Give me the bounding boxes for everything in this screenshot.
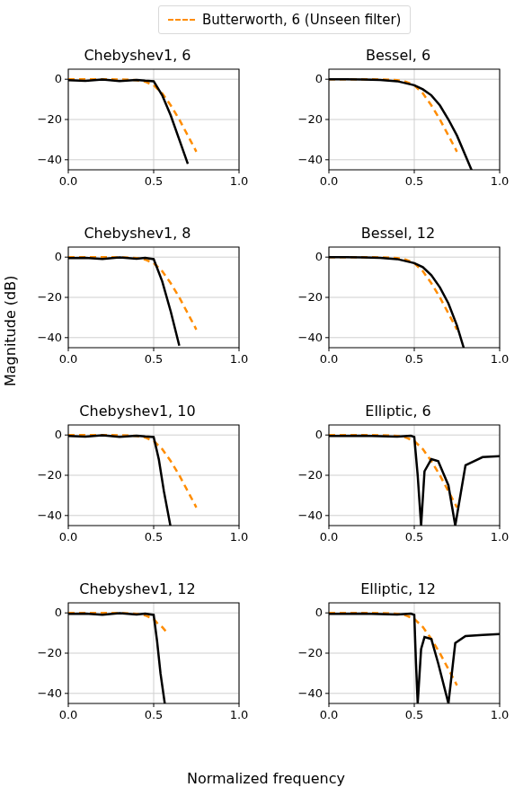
- series-line: [68, 257, 197, 330]
- legend: Butterworth, 6 (Unseen filter): [158, 5, 411, 34]
- plot-svg: 0.00.51.00−20−40: [286, 66, 510, 191]
- plot-svg: 0.00.51.00−20−40: [25, 599, 250, 725]
- plot-area: 0.00.51.00−20−40: [286, 599, 510, 725]
- x-tick-label: 0.5: [405, 174, 424, 188]
- x-tick-label: 1.0: [491, 708, 510, 721]
- x-tick-label: 1.0: [230, 174, 249, 188]
- y-tick-label: 0: [315, 428, 323, 441]
- series-line: [68, 436, 171, 528]
- y-tick-label: −40: [38, 509, 62, 522]
- plot-svg: 0.00.51.00−20−40: [25, 421, 250, 547]
- y-tick-label: −20: [38, 468, 62, 482]
- x-tick-label: 0.5: [405, 530, 424, 544]
- subplot-title: Elliptic, 12: [286, 580, 510, 597]
- series-line: [329, 435, 457, 508]
- y-tick-label: −40: [298, 331, 323, 344]
- x-tick-label: 0.5: [405, 352, 424, 366]
- subplot: Elliptic, 120.00.51.00−20−40: [286, 580, 510, 742]
- series-line: [68, 79, 197, 152]
- plot-svg: 0.00.51.00−20−40: [286, 599, 510, 725]
- plot-area: 0.00.51.00−20−40: [286, 243, 510, 369]
- plot-area: 0.00.51.00−20−40: [25, 243, 250, 369]
- x-tick-label: 0.0: [320, 530, 339, 544]
- series-line: [329, 79, 474, 176]
- x-axis-label: Normalized frequency: [0, 770, 532, 787]
- y-tick-label: −20: [298, 112, 323, 126]
- plot-area: 0.00.51.00−20−40: [286, 421, 510, 547]
- y-tick-label: 0: [315, 606, 323, 619]
- x-tick-label: 0.0: [59, 174, 78, 188]
- subplot-title: Elliptic, 6: [286, 402, 510, 420]
- x-tick-label: 0.0: [320, 174, 339, 188]
- plot-area: 0.00.51.00−20−40: [25, 421, 250, 547]
- x-tick-label: 1.0: [230, 352, 249, 366]
- x-tick-label: 0.0: [59, 352, 78, 366]
- y-tick-label: 0: [315, 250, 323, 263]
- x-tick-label: 1.0: [230, 708, 249, 721]
- series-line: [68, 80, 188, 164]
- y-tick-label: −40: [38, 153, 62, 166]
- x-tick-label: 1.0: [491, 174, 510, 188]
- x-tick-label: 1.0: [230, 530, 249, 544]
- y-tick-label: −20: [298, 290, 323, 304]
- series-line: [329, 613, 457, 685]
- y-tick-label: 0: [55, 72, 62, 85]
- y-tick-label: 0: [55, 250, 62, 263]
- x-tick-label: 0.5: [145, 352, 164, 366]
- x-tick-label: 0.5: [405, 708, 424, 721]
- y-tick-label: −40: [38, 331, 62, 344]
- x-tick-label: 1.0: [491, 352, 510, 366]
- series-line: [329, 257, 466, 354]
- y-tick-label: −20: [38, 112, 62, 126]
- x-tick-label: 0.5: [145, 530, 164, 544]
- plot-area: 0.00.51.00−20−40: [286, 66, 510, 191]
- subplot-title: Bessel, 6: [286, 47, 510, 64]
- x-tick-label: 0.0: [320, 708, 339, 721]
- y-tick-label: −40: [298, 153, 323, 166]
- legend-line-icon: [168, 19, 195, 21]
- plot-area: 0.00.51.00−20−40: [25, 599, 250, 725]
- x-tick-label: 0.0: [320, 352, 339, 366]
- y-tick-label: 0: [55, 606, 62, 619]
- series-line: [68, 613, 167, 632]
- series-line: [68, 435, 197, 508]
- legend-label: Butterworth, 6 (Unseen filter): [202, 12, 401, 28]
- subplots-grid: Chebyshev1, 60.00.51.00−20−40Bessel, 60.…: [25, 47, 510, 742]
- subplot-title: Bessel, 12: [286, 225, 510, 242]
- subplot-title: Chebyshev1, 10: [25, 402, 250, 420]
- x-tick-label: 0.0: [59, 708, 78, 721]
- subplot-title: Chebyshev1, 8: [25, 225, 250, 242]
- y-tick-label: −40: [298, 509, 323, 522]
- subplot: Chebyshev1, 60.00.51.00−20−40: [25, 47, 250, 208]
- y-axis-label: Magnitude (dB): [2, 276, 19, 386]
- plot-area: 0.00.51.00−20−40: [25, 66, 250, 191]
- plot-svg: 0.00.51.00−20−40: [25, 243, 250, 369]
- subplot: Chebyshev1, 120.00.51.00−20−40: [25, 580, 250, 742]
- y-tick-label: 0: [315, 72, 323, 85]
- x-tick-label: 1.0: [491, 530, 510, 544]
- plot-svg: 0.00.51.00−20−40: [286, 243, 510, 369]
- plot-svg: 0.00.51.00−20−40: [25, 66, 250, 191]
- series-line: [329, 257, 457, 330]
- x-tick-label: 0.5: [145, 174, 164, 188]
- series-line: [329, 79, 457, 152]
- plot-svg: 0.00.51.00−20−40: [286, 421, 510, 547]
- y-tick-label: −40: [38, 686, 62, 700]
- y-tick-label: −20: [298, 646, 323, 659]
- y-tick-label: −40: [298, 686, 323, 700]
- y-tick-label: 0: [55, 428, 62, 441]
- x-tick-label: 0.5: [145, 708, 164, 721]
- y-tick-label: −20: [38, 290, 62, 304]
- subplot: Bessel, 120.00.51.00−20−40: [286, 225, 510, 386]
- y-tick-label: −20: [38, 646, 62, 659]
- subplot: Elliptic, 60.00.51.00−20−40: [286, 402, 510, 564]
- subplot: Bessel, 60.00.51.00−20−40: [286, 47, 510, 208]
- x-tick-label: 0.0: [59, 530, 78, 544]
- subplot-title: Chebyshev1, 12: [25, 580, 250, 597]
- subplot-title: Chebyshev1, 6: [25, 47, 250, 64]
- y-tick-label: −20: [298, 468, 323, 482]
- subplot: Chebyshev1, 80.00.51.00−20−40: [25, 225, 250, 386]
- subplot: Chebyshev1, 100.00.51.00−20−40: [25, 402, 250, 564]
- figure: Butterworth, 6 (Unseen filter) Magnitude…: [0, 0, 532, 796]
- series-line: [68, 614, 165, 710]
